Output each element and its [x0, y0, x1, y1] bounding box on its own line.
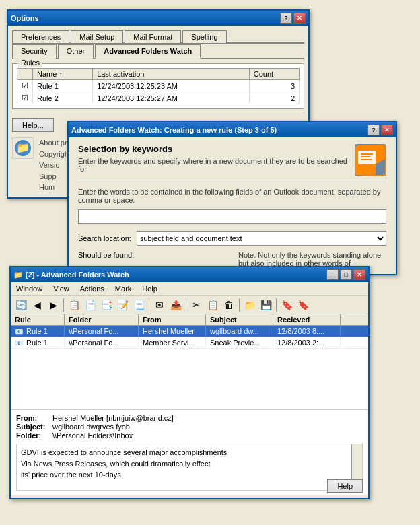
toolbar-sep-3	[186, 298, 186, 312]
list-item[interactable]: 📧 Rule 1 \\Personal Fo... Hershel Muelle…	[11, 326, 368, 337]
preview-from-row: From: Hershel Mueller [nbmjuiw@brand.cz]	[16, 414, 363, 422]
table-row[interactable]: ☑ Rule 2 12/24/2003 12:25:27 AM 2	[18, 92, 300, 104]
row2-subject: Sneak Previe...	[206, 337, 273, 348]
preview-body: GDVI is expected to announce several maj…	[16, 444, 363, 491]
toolbar-btn-5[interactable]: 📄	[83, 298, 98, 312]
menu-actions[interactable]: Actions	[77, 283, 107, 294]
afw-empty-area	[11, 349, 368, 409]
toolbar-btn-cut[interactable]: ✂	[189, 298, 204, 312]
rules-legend: Rules	[18, 59, 42, 67]
options-help-btn[interactable]: ?	[280, 13, 292, 24]
rule1-last: 12/24/2003 12:25:23 AM	[93, 80, 250, 92]
toolbar-btn-folder[interactable]: 📁	[242, 298, 257, 312]
row1-rule: 📧 Rule 1	[11, 326, 65, 337]
list-item[interactable]: 📧 Rule 1 \\Personal Fo... Member Servi..…	[11, 337, 368, 349]
search-location-select[interactable]: subject field and document text subject …	[137, 231, 386, 246]
tab-spelling[interactable]: Spelling	[182, 30, 226, 43]
afw-minimize-btn[interactable]: _	[326, 269, 339, 280]
tab-mail-setup[interactable]: Mail Setup	[71, 30, 123, 43]
col-name: Name ↑	[33, 69, 93, 80]
preview-subject-value: wgllboard dwqrves fyob	[53, 423, 130, 431]
options-title-text: Options	[11, 14, 39, 22]
toolbar-btn-4[interactable]: 📋	[67, 298, 81, 312]
toolbar-btn-2[interactable]: ◀	[30, 298, 44, 312]
preview-subject-row: Subject: wgllboard dwqrves fyob	[16, 423, 363, 431]
header-subject: Subject	[206, 314, 273, 325]
toolbar-sep-4	[239, 298, 240, 312]
menu-window[interactable]: Window	[13, 283, 45, 294]
row1-subject: wgllboard dw...	[206, 326, 273, 337]
tab-preferences[interactable]: Preferences	[12, 30, 69, 43]
wizard-title-buttons: ? ✕	[368, 125, 393, 135]
toolbar-btn-bookmark[interactable]: 🔖	[279, 298, 294, 312]
keyword-input[interactable]	[78, 209, 386, 224]
col-count: Count	[249, 69, 299, 80]
toolbar-sep-5	[276, 298, 277, 312]
rule1-count: 3	[249, 80, 299, 92]
toolbar-btn-bookmark2[interactable]: 🔖	[295, 298, 310, 312]
options-close-btn[interactable]: ✕	[293, 13, 306, 24]
preview-from-value: Hershel Mueller [nbmjuiw@brand.cz]	[53, 414, 174, 422]
wizard-title-bar: Advanced Folders Watch: Creating a new r…	[69, 123, 396, 137]
rule2-check[interactable]: ☑	[18, 92, 33, 104]
options-title-buttons: ? ✕	[280, 13, 306, 24]
wizard-close-btn[interactable]: ✕	[381, 125, 393, 135]
svg-text:📁: 📁	[16, 141, 30, 154]
afw-title-bar: 📁 [2] - Advanced Folders Watch _ □ ✕	[11, 267, 368, 282]
toolbar-btn-8[interactable]: 📃	[131, 298, 146, 312]
afw-list: Rule Folder From Subject Recieved 📧 Rule…	[11, 314, 368, 349]
rule2-last: 12/24/2003 12:25:27 AM	[93, 92, 250, 104]
rules-group: Rules Name ↑ Last activation Count ☑ Rul…	[12, 63, 304, 109]
svg-rect-5	[361, 156, 370, 158]
toolbar-btn-copy[interactable]: 📋	[205, 298, 220, 312]
wizard-help-btn[interactable]: ?	[368, 125, 380, 135]
wizard-content: Selection by keywords Enter the keywords…	[69, 137, 396, 274]
afw-help-button[interactable]: Help	[327, 479, 363, 493]
about-icon: 📁	[12, 137, 34, 159]
toolbar-sep-2	[149, 298, 149, 312]
preview-body-text: GDVI is expected to announce several maj…	[21, 448, 227, 479]
afw-close-btn[interactable]: ✕	[353, 269, 365, 280]
menu-view[interactable]: View	[50, 283, 72, 294]
toolbar-btn-3[interactable]: ▶	[46, 298, 61, 312]
afw-toolbar: 🔄 ◀ ▶ 📋 📄 📑 📝 📃 ✉ 📤 ✂ 📋 🗑 📁 💾 🔖 🔖	[11, 296, 368, 314]
wizard-divider	[78, 182, 386, 182]
svg-rect-4	[361, 153, 373, 155]
preview-folder-value: \\Personal Folders\Inbox	[53, 431, 133, 440]
options-help-button[interactable]: Help...	[12, 118, 54, 132]
toolbar-btn-save[interactable]: 💾	[258, 298, 273, 312]
row1-icon: 📧	[15, 328, 23, 335]
table-row[interactable]: ☑ Rule 1 12/24/2003 12:25:23 AM 3	[18, 80, 300, 92]
wizard-header: Selection by keywords Enter the keywords…	[78, 144, 386, 176]
wizard-header-desc: Enter the keywords and specify where in …	[78, 157, 355, 173]
row2-from: Member Servi...	[139, 337, 206, 348]
tab-mail-format[interactable]: Mail Format	[125, 30, 181, 43]
wizard-body: Enter the words to be contained in the f…	[78, 188, 386, 267]
search-location-row: Search location: subject field and docum…	[78, 231, 386, 246]
rule1-check[interactable]: ☑	[18, 80, 33, 92]
row1-received: 12/8/2003 8:...	[273, 326, 341, 337]
toolbar-btn-del[interactable]: 🗑	[221, 298, 236, 312]
tab-advanced-folders-watch[interactable]: Advanced Folders Watch	[95, 44, 201, 59]
afw-maximize-btn[interactable]: □	[340, 269, 352, 280]
afw-status-bar: Help	[11, 495, 368, 498]
header-rule: Rule	[11, 314, 65, 325]
preview-subject-label: Subject:	[16, 423, 50, 431]
afw-preview: From: Hershel Mueller [nbmjuiw@brand.cz]…	[11, 409, 368, 495]
toolbar-btn-9[interactable]: ✉	[152, 298, 167, 312]
preview-meta: From: Hershel Mueller [nbmjuiw@brand.cz]…	[16, 414, 363, 440]
toolbar-btn-7[interactable]: 📝	[115, 298, 130, 312]
tab-security[interactable]: Security	[12, 44, 57, 59]
afw-title-text: [2] - Advanced Folders Watch	[26, 271, 129, 279]
row2-folder: \\Personal Fo...	[65, 337, 139, 348]
toolbar-btn-1[interactable]: 🔄	[13, 298, 28, 312]
options-tab-row2: Security Other Advanced Folders Watch	[12, 44, 304, 59]
wizard-window: Advanced Folders Watch: Creating a new r…	[67, 121, 397, 275]
toolbar-btn-6[interactable]: 📑	[99, 298, 114, 312]
toolbar-btn-10[interactable]: 📤	[168, 298, 183, 312]
preview-folder-label: Folder:	[16, 431, 50, 440]
menu-mark[interactable]: Mark	[112, 283, 134, 294]
tab-other[interactable]: Other	[58, 44, 94, 59]
should-be-found-row: Should be found: Note. Not only the keyw…	[78, 251, 386, 267]
menu-help[interactable]: Help	[139, 283, 160, 294]
